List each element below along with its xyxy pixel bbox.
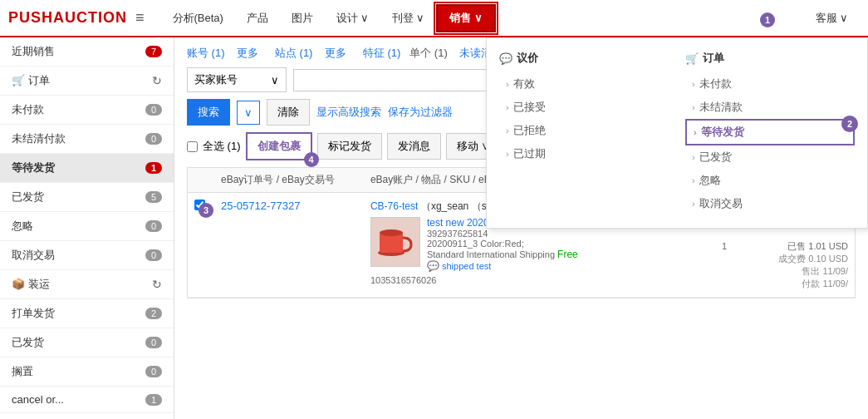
chevron-shipped: › bbox=[692, 152, 695, 162]
chevron-expired: › bbox=[506, 149, 509, 159]
sidebar-label-shipped: 已发货 bbox=[12, 190, 44, 205]
message-button[interactable]: 发消息 bbox=[387, 133, 441, 160]
sidebar-badge-already-shipped: 0 bbox=[145, 337, 162, 348]
sidebar-badge-waiting-ship: 1 bbox=[145, 162, 162, 174]
annotation-2: 2 bbox=[841, 116, 858, 132]
nav-products[interactable]: 产品 bbox=[235, 0, 280, 37]
buyer-select-chevron: ∨ bbox=[271, 74, 279, 86]
dropdown-ignore-order[interactable]: › 忽略 bbox=[685, 169, 855, 192]
logo-push: PUSH bbox=[8, 9, 53, 26]
chevron-valid: › bbox=[506, 79, 509, 89]
sidebar-badge-print-ship: 2 bbox=[145, 308, 162, 319]
mark-shipped-button[interactable]: 标记发货 bbox=[317, 133, 382, 160]
logo: PUSHAUCTION bbox=[8, 9, 127, 27]
sidebar-badge-unpaid: 0 bbox=[145, 104, 162, 116]
row-checkbox-cell: 3 bbox=[194, 200, 213, 213]
nav-design[interactable]: 设计 ∨ bbox=[325, 0, 380, 37]
order-number-link[interactable]: 25-05712-77327 bbox=[221, 200, 300, 212]
cart-icon: 🛒 bbox=[12, 74, 25, 86]
create-package-button[interactable]: 创建包裹 bbox=[246, 132, 312, 160]
sidebar-label-recent-sales: 近期销售 bbox=[12, 44, 55, 59]
nav-analytics[interactable]: 分析(Beta) bbox=[161, 0, 235, 37]
dropdown-cancel-deal-order[interactable]: › 取消交易 bbox=[685, 192, 855, 215]
site-link[interactable]: 站点 (1) bbox=[275, 47, 313, 59]
sidebar-label-cancel-or: cancel or... bbox=[12, 393, 64, 406]
annotation-4: 4 bbox=[304, 152, 319, 167]
sidebar-item-cancel-deal[interactable]: 取消交易 0 bbox=[0, 241, 174, 270]
sold-date-text: 售出 11/09/ bbox=[735, 265, 848, 278]
header-right: 客服 ∨ bbox=[804, 0, 860, 37]
sidebar-refresh-shipping: ↻ bbox=[152, 278, 162, 291]
nav-images[interactable]: 图片 bbox=[280, 0, 325, 37]
fee-text: 成交费 0.10 USD bbox=[735, 253, 848, 265]
main-layout: 近期销售 7 🛒 订单 ↻ 未付款 0 未结清付款 0 等待发货 1 已发货 5… bbox=[0, 37, 868, 419]
nav-service[interactable]: 客服 ∨ bbox=[804, 0, 860, 37]
sidebar-item-print-ship[interactable]: 打单发货 2 bbox=[0, 299, 174, 328]
dropdown-unpaid-order[interactable]: › 未付款 bbox=[685, 72, 855, 96]
nav-sales-button[interactable]: 销售 ∨ bbox=[436, 4, 496, 32]
header-order-col: eBay订单号 / eBay交易号 bbox=[221, 173, 362, 187]
order-title: 🛒 订单 bbox=[685, 51, 855, 66]
dropdown-shipped-order[interactable]: › 已发货 bbox=[685, 145, 855, 169]
sidebar-badge-shelve: 0 bbox=[145, 366, 162, 377]
service-chevron: ∨ bbox=[840, 12, 848, 24]
chevron-ignore: › bbox=[692, 175, 695, 185]
site-more-link[interactable]: 更多 bbox=[325, 47, 346, 59]
chat-icon: 💬 bbox=[427, 260, 439, 272]
sidebar-badge-ignore: 0 bbox=[145, 220, 162, 232]
logo-auction: AUCTION bbox=[53, 9, 127, 26]
account-name-link[interactable]: CB-76-test bbox=[370, 200, 418, 212]
account-info: 账号 (1) 更多 bbox=[187, 46, 258, 61]
dropdown-unsettled-order[interactable]: › 未结清款 bbox=[685, 96, 855, 119]
feature-link[interactable]: 特征 (1) bbox=[363, 47, 401, 59]
dropdown-waiting-ship-order[interactable]: › 等待发货 2 bbox=[685, 119, 855, 145]
shipped-note: 💬 shipped test bbox=[427, 260, 578, 272]
search-dropdown-button[interactable]: ∨ bbox=[237, 101, 260, 125]
sidebar-item-cancel-or[interactable]: cancel or... 1 bbox=[0, 387, 174, 413]
sidebar-badge-recent-sales: 7 bbox=[145, 46, 162, 57]
sidebar-label-waiting-ship: 等待发货 bbox=[12, 160, 55, 175]
dropdown-accepted[interactable]: › 已接受 bbox=[499, 96, 669, 119]
sidebar-item-shipped[interactable]: 已发货 5 bbox=[0, 183, 174, 212]
save-filter-link[interactable]: 保存为过滤器 bbox=[388, 105, 453, 120]
header: PUSHAUCTION ≡ 分析(Beta) 产品 图片 设计 ∨ 刊登 ∨ 销… bbox=[0, 0, 868, 37]
clear-button[interactable]: 清除 bbox=[267, 99, 310, 126]
dropdown-rejected[interactable]: › 已拒绝 bbox=[499, 119, 669, 142]
advanced-search-link[interactable]: 显示高级搜索 bbox=[316, 105, 381, 120]
sidebar-item-unsettled[interactable]: 未结清付款 0 bbox=[0, 125, 174, 154]
buyer-select[interactable]: 买家账号 ∨ bbox=[187, 67, 287, 92]
sidebar-label-shipping: 📦 装运 bbox=[12, 277, 50, 292]
buyer-select-label: 买家账号 bbox=[194, 72, 238, 87]
dropdown-valid[interactable]: › 有效 bbox=[499, 72, 669, 96]
sidebar-item-unpaid[interactable]: 未付款 0 bbox=[0, 96, 174, 125]
item-num-text: 1035316576026 bbox=[370, 275, 653, 285]
sidebar-item-shelve[interactable]: 搁置 0 bbox=[0, 357, 174, 387]
select-all-checkbox[interactable] bbox=[187, 141, 198, 152]
sidebar-label-cancel-deal: 取消交易 bbox=[12, 248, 55, 263]
search-button[interactable]: 搜索 bbox=[187, 99, 230, 126]
sidebar-item-waiting-ship[interactable]: 等待发货 1 bbox=[0, 154, 174, 183]
menu-icon[interactable]: ≡ bbox=[135, 9, 145, 27]
listing-chevron: ∨ bbox=[416, 12, 424, 24]
offer-column: 💬 议价 › 有效 › 已接受 › 已拒绝 › 已过期 bbox=[499, 51, 669, 215]
nav-listing[interactable]: 刊登 ∨ bbox=[380, 0, 436, 37]
dropdown-expired[interactable]: › 已过期 bbox=[499, 142, 669, 165]
sidebar-item-orders[interactable]: 🛒 订单 ↻ bbox=[0, 67, 174, 96]
chevron-waiting: › bbox=[694, 127, 697, 137]
sidebar-item-shipping[interactable]: 📦 装运 ↻ bbox=[0, 270, 174, 299]
chat-offer-icon: 💬 bbox=[499, 52, 512, 65]
site-info: 站点 (1) 更多 bbox=[275, 46, 346, 61]
paid-date-text: 付款 11/09/ bbox=[735, 278, 848, 290]
sidebar-item-ignore[interactable]: 忽略 0 bbox=[0, 212, 174, 241]
sidebar-badge-shipped: 5 bbox=[145, 191, 162, 203]
account-more-link[interactable]: 更多 bbox=[237, 47, 258, 59]
sidebar-item-recent-sales[interactable]: 近期销售 7 bbox=[0, 37, 174, 67]
design-chevron: ∨ bbox=[360, 12, 369, 24]
color-text: 20200911_3 Color:Red; bbox=[427, 239, 578, 249]
sidebar-label-ignore: 忽略 bbox=[12, 219, 33, 234]
svg-point-2 bbox=[380, 229, 403, 236]
cart-order-icon: 🛒 bbox=[685, 52, 699, 65]
account-link[interactable]: 账号 (1) bbox=[187, 47, 225, 59]
sidebar-label-orders: 🛒 订单 bbox=[12, 73, 50, 88]
sidebar-item-already-shipped[interactable]: 已发货 0 bbox=[0, 328, 174, 357]
